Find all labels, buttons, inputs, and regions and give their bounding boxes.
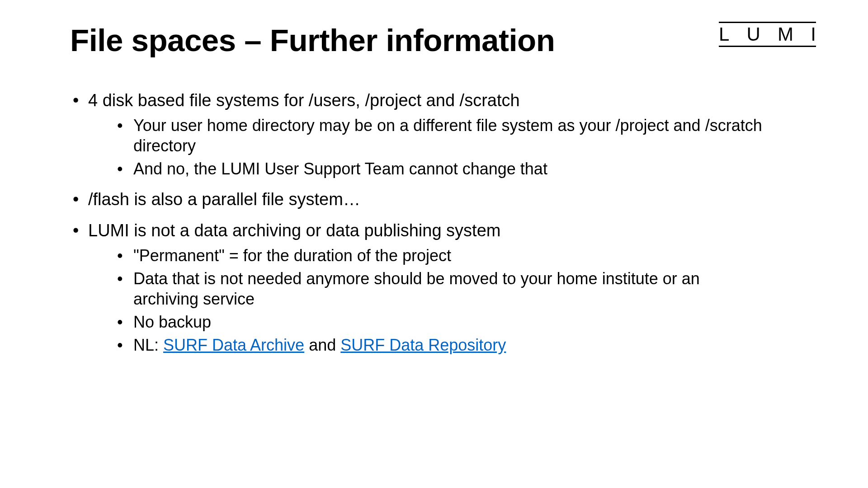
slide-title: File spaces – Further information — [70, 23, 798, 58]
bullet-2-text: /flash is also a parallel file system… — [88, 190, 360, 209]
bullet-1-sub-1: Your user home directory may be on a dif… — [88, 115, 766, 156]
lumi-logo-text: L U M I — [719, 22, 816, 47]
surf-data-repository-link[interactable]: SURF Data Repository — [340, 336, 506, 354]
bullet-1-sub-2: And no, the LUMI User Support Team canno… — [88, 159, 766, 179]
slide: L U M I File spaces – Further informatio… — [0, 0, 868, 488]
bullet-3-sub-3: No backup — [88, 312, 766, 332]
logo-letter-i: I — [811, 25, 816, 44]
logo-letter-m: M — [778, 25, 793, 44]
bullet-3: LUMI is not a data archiving or data pub… — [70, 220, 798, 355]
bullet-list: 4 disk based file systems for /users, /p… — [70, 90, 798, 355]
bullet-3-text: LUMI is not a data archiving or data pub… — [88, 221, 500, 240]
bullet-1-text: 4 disk based file systems for /users, /p… — [88, 91, 520, 110]
nl-prefix: NL: — [133, 336, 163, 354]
nl-mid: and — [304, 336, 340, 354]
bullet-1-sublist: Your user home directory may be on a dif… — [88, 115, 798, 179]
bullet-3-sub-4: NL: SURF Data Archive and SURF Data Repo… — [88, 335, 766, 355]
bullet-1: 4 disk based file systems for /users, /p… — [70, 90, 798, 179]
surf-data-archive-link[interactable]: SURF Data Archive — [163, 336, 304, 354]
bullet-3-sub-2: Data that is not needed anymore should b… — [88, 268, 766, 309]
logo-letter-u: U — [747, 25, 760, 44]
bullet-2: /flash is also a parallel file system… — [70, 189, 798, 211]
bullet-3-sublist: "Permanent" = for the duration of the pr… — [88, 245, 798, 355]
logo-letter-l: L — [719, 25, 729, 44]
bullet-3-sub-1: "Permanent" = for the duration of the pr… — [88, 245, 766, 266]
lumi-logo: L U M I — [719, 22, 816, 49]
